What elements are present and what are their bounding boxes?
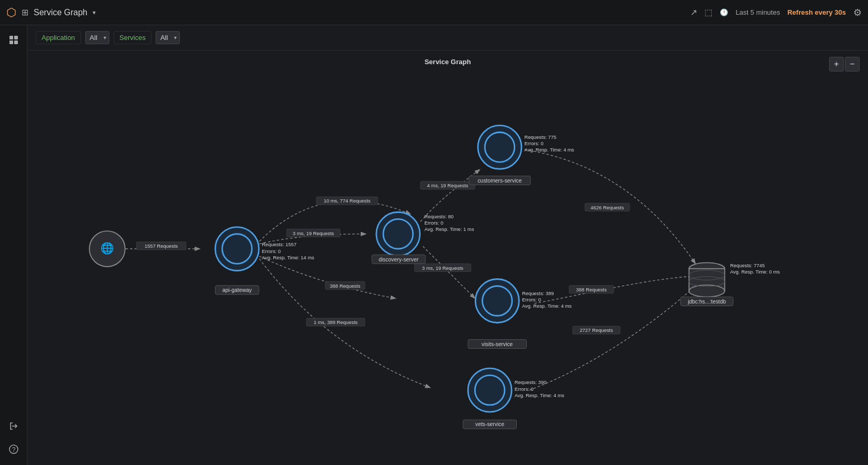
services-filter-label[interactable]: Services [114, 31, 151, 44]
services-dropdown-wrap[interactable]: All ▾ [156, 31, 180, 44]
visits-resp: Avg. Resp. Time: 4 ms [522, 303, 572, 309]
edge-label-cust-jdbc: 4626 Requests [590, 205, 624, 210]
grafana-logo-icon: ⬡ [6, 6, 16, 19]
svg-rect-3 [14, 41, 18, 44]
cust-requests: Requests: 775 [525, 134, 557, 140]
topbar: ⬡ ⊞ Service Graph ▾ ↗ ⬚ 🕐 Last 5 minutes… [0, 0, 868, 25]
disc-resp: Avg. Resp. Time: 1 ms [424, 226, 474, 232]
refresh-label[interactable]: Refresh every 30s [788, 8, 846, 16]
svg-rect-2 [9, 41, 13, 44]
vets-errors: Errors: 0 [515, 386, 534, 392]
vets-requests: Requests: 390 [515, 379, 547, 385]
application-dropdown-wrap[interactable]: All ▾ [85, 31, 109, 44]
svg-rect-1 [14, 36, 18, 39]
application-dropdown[interactable]: All [85, 31, 109, 44]
layout: ? Application All ▾ Services All ▾ Servi… [0, 25, 868, 465]
jdbc-node-bottom [689, 285, 725, 297]
jdbc-label: jdbc:hs...:testdb [687, 299, 726, 305]
main-content: Application All ▾ Services All ▾ Service… [27, 25, 868, 465]
jdbc-resp: Avg. Resp. Time: 0 ms [730, 269, 780, 275]
visits-errors: Errors: 0 [522, 297, 541, 302]
edge-label-vets-jdbc: 2727 Requests [580, 327, 614, 333]
sidebar-item-help[interactable]: ? [4, 440, 23, 459]
time-range-label[interactable]: Last 5 minutes [736, 8, 780, 16]
edge-label-gw-disc: 3 ms, 19 Requests [293, 230, 334, 236]
title-dropdown-icon[interactable]: ▾ [93, 9, 96, 16]
api-gateway-errors: Errors: 0 [262, 248, 281, 254]
disc-errors: Errors: 0 [424, 220, 443, 226]
edge-label-gw-vets: 1 ms, 389 Requests [314, 319, 358, 325]
internet-icon: 🌐 [100, 241, 114, 255]
customers-label: customers-service [477, 178, 522, 184]
api-gateway-resp: Avg. Resp. Time: 14 ms [262, 255, 314, 260]
page-title: Service Graph [34, 8, 87, 17]
graph-area[interactable]: Service Graph + − [27, 50, 868, 465]
edge-label-disc-visits: 3 ms, 19 Requests [422, 265, 464, 271]
api-gateway-label: api-gateway [222, 287, 252, 293]
vets-label: vets-service [475, 421, 505, 427]
cust-resp: Avg. Resp. Time: 4 ms [525, 147, 575, 153]
disc-requests: Requests: 80 [424, 214, 453, 219]
edge-label-gw-visits: 388 Requests [330, 283, 360, 289]
edge-label-gw-cust: 10 ms, 774 Requests [324, 198, 371, 204]
api-gateway-requests: Requests: 1557 [262, 241, 297, 247]
svg-rect-0 [9, 36, 13, 39]
settings-icon[interactable]: ⚙ [853, 7, 862, 18]
svg-text:?: ? [12, 446, 15, 453]
discovery-server-label: discovery-server [379, 257, 419, 262]
visits-requests: Requests: 389 [522, 290, 554, 296]
edge-label-visits-jdbc: 388 Requests [576, 287, 607, 292]
filterbar: Application All ▾ Services All ▾ [27, 25, 868, 50]
edge-visits-jdbc [534, 276, 695, 304]
visits-label: visits-service [482, 341, 513, 347]
apps-grid-icon[interactable]: ⊞ [22, 7, 28, 17]
jdbc-requests: Requests: 7745 [730, 262, 765, 268]
vets-resp: Avg. Resp. Time: 4 ms [515, 392, 565, 398]
application-filter-label[interactable]: Application [36, 31, 81, 44]
edge-disc-visits [423, 246, 475, 298]
service-graph-svg: 1557 Requests 3 ms, 19 Requests 10 ms, 7… [27, 50, 868, 465]
share-icon[interactable]: ↗ [690, 7, 697, 17]
clock-icon: 🕐 [720, 8, 728, 16]
sidebar-item-signin[interactable] [4, 417, 23, 436]
services-dropdown[interactable]: All [156, 31, 180, 44]
edge-vets-jdbc [529, 286, 696, 390]
sidebar-item-home[interactable] [4, 31, 23, 49]
display-icon[interactable]: ⬚ [704, 7, 712, 17]
sidebar: ? [0, 25, 27, 465]
edge-label-disc-cust: 4 ms, 19 Requests [427, 183, 468, 188]
edge-label-internet-gateway: 1557 Requests [145, 243, 178, 249]
cust-errors: Errors: 0 [525, 140, 544, 146]
